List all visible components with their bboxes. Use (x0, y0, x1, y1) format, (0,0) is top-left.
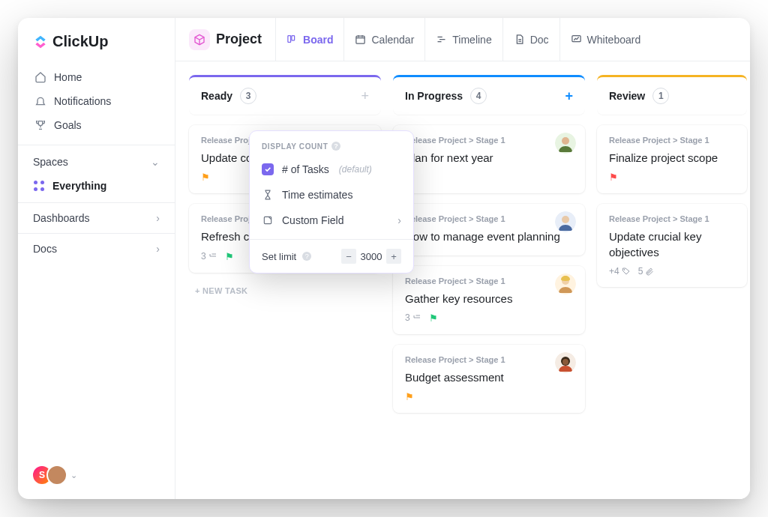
column-review: Review 1 Release Project > Stage 1 Final… (597, 75, 747, 486)
card-breadcrumb: Release Project > Stage 1 (405, 214, 573, 223)
sidebar-item-dashboards[interactable]: Dashboards › (18, 202, 175, 233)
view-tab-whiteboard[interactable]: Whiteboard (560, 18, 652, 61)
nav-notifications[interactable]: Notifications (26, 89, 167, 113)
field-icon (262, 214, 274, 226)
nav-notifications-label: Notifications (54, 95, 111, 107)
docs-label: Docs (33, 243, 57, 255)
svg-point-14 (562, 359, 568, 365)
set-limit-row: Set limit ? − 3000 + (250, 246, 413, 264)
column-count-badge[interactable]: 1 (652, 88, 669, 104)
card-title: Plan for next year (405, 151, 573, 166)
task-card[interactable]: Release Project > Stage 1 How to manage … (393, 204, 585, 255)
svg-rect-1 (292, 36, 295, 40)
nav-goals-label: Goals (54, 119, 82, 131)
clickup-logo-icon (33, 34, 48, 49)
increment-button[interactable]: + (386, 249, 401, 264)
dashboards-label: Dashboards (33, 212, 90, 224)
help-icon[interactable]: ? (302, 252, 311, 261)
column-count-badge[interactable]: 4 (470, 88, 487, 104)
card-title: Finalize project scope (609, 151, 735, 166)
column-title: Review (609, 90, 645, 102)
view-calendar-label: Calendar (371, 34, 414, 46)
attachment-count: 5 (638, 266, 655, 276)
assignee-avatar[interactable] (555, 352, 576, 373)
column-count-badge[interactable]: 3 (240, 88, 256, 104)
card-title: How to manage event planning (405, 229, 573, 244)
view-timeline-label: Timeline (452, 34, 491, 46)
nav-home[interactable]: Home (26, 65, 167, 89)
new-task-button[interactable]: + NEW TASK (189, 283, 381, 298)
spaces-label: Spaces (33, 156, 68, 168)
flag-icon: ⚑ (225, 251, 234, 262)
view-tab-timeline[interactable]: Timeline (425, 18, 502, 61)
bell-icon (34, 95, 46, 107)
help-icon[interactable]: ? (332, 142, 340, 151)
sidebar-item-docs[interactable]: Docs › (18, 233, 175, 264)
subtask-count: 3 (405, 312, 422, 323)
doc-icon (514, 34, 525, 45)
card-breadcrumb: Release Project > Stage 1 (609, 136, 735, 145)
column-header-in-progress[interactable]: In Progress 4 + (393, 75, 585, 115)
nav-home-label: Home (54, 71, 82, 83)
card-breadcrumb: Release Project > Stage 1 (405, 355, 573, 364)
view-doc-label: Doc (530, 34, 549, 46)
task-card[interactable]: Release Project > Stage 1 Plan for next … (393, 125, 585, 193)
view-tab-board[interactable]: Board (276, 18, 344, 61)
popover-header: DISPLAY COUNT ? (250, 142, 413, 157)
everything-label: Everything (52, 180, 106, 192)
flag-icon: ⚑ (201, 172, 210, 183)
column-header-ready[interactable]: Ready 3 + (189, 75, 381, 115)
task-card[interactable]: Release Project > Stage 1 Budget assessm… (393, 345, 585, 413)
view-whiteboard-label: Whiteboard (587, 34, 641, 46)
view-tab-calendar[interactable]: Calendar (344, 18, 425, 61)
view-tab-doc[interactable]: Doc (503, 18, 560, 61)
hourglass-icon (262, 189, 274, 201)
add-task-icon[interactable]: + (361, 88, 369, 104)
card-title: Gather key resources (405, 291, 573, 306)
assignee-avatar[interactable] (555, 133, 576, 154)
chevron-right-icon: › (398, 214, 401, 226)
task-card[interactable]: Release Project > Stage 1 Update crucial… (597, 204, 747, 287)
limit-value[interactable]: 3000 (356, 251, 386, 262)
svg-point-15 (624, 269, 625, 270)
avatar-user-2[interactable] (46, 465, 68, 486)
checkbox-checked-icon (262, 163, 274, 175)
calendar-icon (355, 34, 366, 45)
timeline-icon (436, 34, 447, 45)
option-num-tasks[interactable]: # of Tasks (default) (250, 157, 413, 182)
nav-goals[interactable]: Goals (26, 113, 167, 137)
svg-point-7 (562, 137, 569, 145)
option-time-estimates[interactable]: Time estimates (250, 182, 413, 208)
primary-nav: Home Notifications Goals (18, 62, 175, 140)
limit-stepper: − 3000 + (341, 249, 401, 264)
flag-icon: ⚑ (405, 391, 414, 402)
task-card[interactable]: Release Project > Stage 1 Finalize proje… (597, 125, 747, 193)
project-title[interactable]: Project (189, 18, 276, 61)
tag-count: +4 (609, 266, 631, 276)
sidebar-item-everything[interactable]: Everything (18, 175, 175, 202)
column-title: Ready (201, 90, 232, 102)
chevron-down-icon: ⌄ (151, 156, 160, 168)
brand-text: ClickUp (52, 33, 108, 50)
trophy-icon (34, 119, 46, 131)
svg-rect-2 (356, 36, 364, 43)
add-task-icon[interactable]: + (565, 88, 573, 104)
column-header-review[interactable]: Review 1 (597, 75, 747, 115)
brand-logo: ClickUp (18, 18, 175, 62)
flag-icon: ⚑ (609, 172, 618, 183)
view-board-label: Board (303, 34, 333, 46)
cube-icon (189, 29, 210, 50)
app-window: ClickUp Home Notifications Goals Spaces … (18, 18, 750, 499)
spaces-section-header[interactable]: Spaces ⌄ (18, 145, 175, 175)
task-card[interactable]: Release Project > Stage 1 Gather key res… (393, 266, 585, 334)
column-in-progress: In Progress 4 + Release Project > Stage … (393, 75, 585, 486)
decrement-button[interactable]: − (341, 249, 356, 264)
chevron-down-icon: ⌄ (70, 471, 77, 480)
assignee-avatar[interactable] (555, 273, 576, 294)
card-title: Budget assessment (405, 370, 573, 385)
divider (250, 239, 413, 240)
user-avatars[interactable]: S ⌄ (32, 465, 77, 486)
column-title: In Progress (405, 90, 463, 102)
option-custom-field[interactable]: Custom Field › (250, 208, 413, 233)
card-breadcrumb: Release Project > Stage 1 (405, 276, 573, 285)
